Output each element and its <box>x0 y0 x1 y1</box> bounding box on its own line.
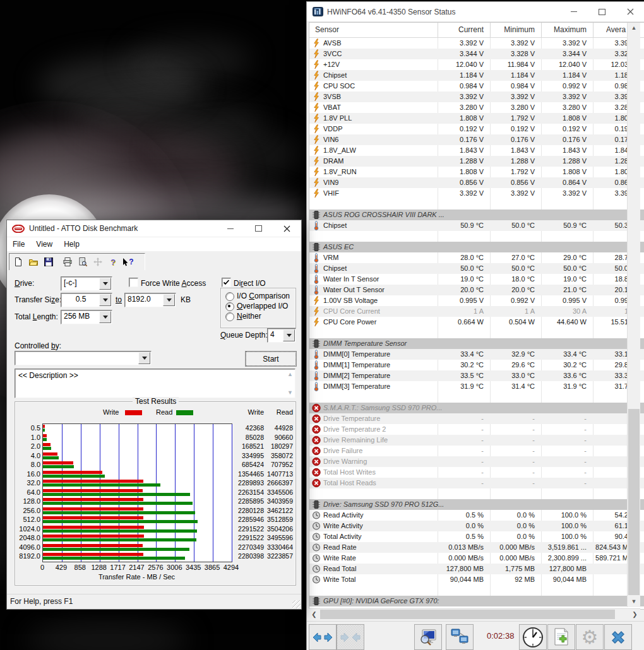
sensor-row[interactable]: Read Activity0.5 %0.0 %100.0 %54.2 <box>309 510 644 521</box>
vertical-scrollbar[interactable]: ▲ ▼ <box>627 23 640 607</box>
description-box[interactable]: << Description >> ▲ ▼ <box>15 369 295 398</box>
sensor-row[interactable]: Total Activity0.5 %0.0 %100.0 %90.4 <box>309 531 644 542</box>
sensor-row[interactable]: 3VSB3.392 V3.392 V3.392 V3.39 <box>309 92 644 102</box>
horizontal-scrollbar[interactable]: ❮ ❯ <box>309 608 640 620</box>
sensor-row[interactable]: DIMM[0] Temperature33.4 °C32.9 °C33.4 °C… <box>309 349 644 360</box>
sensor-row[interactable]: Drive Failure--- <box>309 446 644 456</box>
dropdown-button[interactable] <box>99 278 111 290</box>
menu-file[interactable]: File <box>7 237 30 251</box>
sensor-row[interactable]: Write Total90,044 MB92 MB90,044 MB <box>309 574 644 585</box>
sensor-row[interactable]: Chipset1.184 V1.184 V1.184 V1.18 <box>309 70 644 81</box>
maximize-button[interactable] <box>244 220 273 237</box>
transfer-from-select[interactable]: 0.5 <box>61 293 112 307</box>
sensor-row[interactable]: DIMM[2] Temperature33.5 °C33.0 °C33.6 °C… <box>309 370 644 381</box>
controlled-by-select[interactable] <box>15 351 152 365</box>
settings-gear-button[interactable]: ⚙ <box>576 624 604 650</box>
column-current[interactable]: Current <box>438 25 484 34</box>
sensor-row[interactable]: AVSB3.392 V3.392 V3.392 V3.39 <box>309 38 644 49</box>
sensor-row[interactable]: VBAT3.280 V3.280 V3.280 V3.28 <box>309 102 644 113</box>
sensor-row[interactable]: CPU Core Current1 A1 A30 A1 <box>309 306 644 317</box>
dropdown-button[interactable] <box>138 352 150 364</box>
horizontal-scroll-thumb[interactable] <box>320 610 615 619</box>
section-header-row[interactable]: Drive: Samsung SSD 970 PRO 512G... <box>309 499 644 510</box>
sensor-row[interactable]: Water Out T Sensor20.0 °C20.0 °C21.0 °C2… <box>309 285 644 295</box>
sensor-row[interactable]: Total Host Writes--- <box>309 467 644 478</box>
clock-button[interactable] <box>519 624 547 650</box>
sensor-row[interactable]: DIMM[1] Temperature30.2 °C29.6 °C30.2 °C… <box>309 360 644 370</box>
expand-panels-button[interactable] <box>309 624 337 650</box>
section-header-row[interactable]: ASUS ROG CROSSHAIR VIII DARK ... <box>309 210 644 220</box>
sensor-row[interactable]: VIN60.176 V0.176 V0.176 V0.17 <box>309 134 644 145</box>
scroll-up-arrow[interactable]: ▲ <box>628 23 640 33</box>
print-preview-button[interactable] <box>75 255 90 269</box>
total-length-select[interactable]: 256 MB <box>61 310 112 324</box>
dropdown-button[interactable] <box>99 311 111 323</box>
sensor-row[interactable]: 1.00V SB Voltage0.995 V0.992 V0.995 V0.9… <box>309 295 644 306</box>
sensor-row[interactable]: 1.8V PLL1.808 V1.792 V1.808 V1.80 <box>309 113 644 124</box>
screen-capture-button[interactable] <box>414 624 442 650</box>
print-button[interactable] <box>60 255 75 269</box>
atto-titlebar[interactable]: Untitled - ATTO Disk Benchmark <box>7 220 301 237</box>
sensor-row[interactable]: 1.8V_ALW1.843 V1.843 V1.843 V1.84 <box>309 145 644 156</box>
sensor-row[interactable]: Write Rate0.000 MB/s0.000 MB/s2,300.899 … <box>309 553 644 564</box>
help-button[interactable]: ? <box>105 255 121 269</box>
start-button[interactable]: Start <box>246 352 296 366</box>
sensor-row[interactable]: VIN90.856 V0.856 V0.864 V0.86 <box>309 177 644 188</box>
sensor-row[interactable]: Chipset50.9 °C50.0 °C50.9 °C50.3 <box>309 220 644 231</box>
overlapped-io-radio[interactable] <box>225 302 234 311</box>
minimize-button[interactable] <box>216 220 244 237</box>
scroll-down-arrow[interactable]: ▼ <box>628 596 640 607</box>
sensor-row[interactable]: VHIF3.392 V3.392 V3.392 V3.39 <box>309 188 644 199</box>
open-file-button[interactable] <box>26 255 41 269</box>
section-header-row[interactable]: S.M.A.R.T.: Samsung SSD 970 PRO... <box>309 403 644 413</box>
hwinfo-titlebar[interactable]: HWiNFO64 v6.41-4350 Sensor Status <box>307 2 644 22</box>
sensor-row[interactable]: Drive Temperature 2--- <box>309 424 644 435</box>
sensor-row[interactable]: CPU SOC0.984 V0.984 V0.992 V0.98 <box>309 81 644 92</box>
dropdown-button[interactable] <box>163 294 175 306</box>
scroll-right-arrow[interactable]: ❯ <box>629 609 640 620</box>
queue-depth-select[interactable]: 4 <box>267 328 296 343</box>
context-help-button[interactable]: ? <box>121 255 136 269</box>
sensor-row[interactable]: VDDP0.192 V0.192 V0.192 V0.19 <box>309 124 644 134</box>
dropdown-button[interactable] <box>283 329 295 341</box>
scroll-down-icon[interactable]: ▼ <box>287 389 293 396</box>
sensor-row[interactable]: Water In T Sensor19.0 °C18.0 °C19.0 °C18… <box>309 274 644 285</box>
column-sensor[interactable]: Sensor <box>315 25 339 34</box>
report-log-button[interactable] <box>547 624 575 650</box>
sensor-table-header[interactable]: Sensor Current Minimum Maximum Avera <box>309 23 644 38</box>
section-header-row[interactable]: ASUS EC <box>309 242 644 252</box>
neither-radio[interactable] <box>225 312 234 321</box>
direct-io-checkbox[interactable] <box>222 278 231 287</box>
sensor-row[interactable]: 1.8V_RUN1.808 V1.792 V1.808 V1.80 <box>309 167 644 177</box>
sensor-row[interactable]: 3VCC3.344 V3.328 V3.344 V3.32 <box>309 49 644 59</box>
scroll-left-arrow[interactable]: ❮ <box>309 609 319 620</box>
vertical-scroll-thumb[interactable] <box>628 409 640 595</box>
section-header-row[interactable]: GPU [#0]: NVIDIA GeForce GTX 970: <box>309 596 644 606</box>
sensor-row[interactable]: Write Activity0.0 %0.0 %100.0 %61.1 <box>309 521 644 531</box>
sensor-row[interactable]: Drive Warning--- <box>309 456 644 467</box>
sensor-row[interactable]: CPU Core Power0.664 W0.504 W44.640 W15.5… <box>309 317 644 328</box>
sensor-row[interactable]: Chipset50.0 °C50.0 °C50.0 °C50.0 <box>309 263 644 274</box>
menu-help[interactable]: Help <box>58 237 85 251</box>
force-write-checkbox[interactable] <box>129 278 138 287</box>
sensor-row[interactable]: VRM28.0 °C27.0 °C29.0 °C28.7 <box>309 252 644 263</box>
close-button[interactable] <box>273 220 301 237</box>
menu-view[interactable]: View <box>30 237 58 251</box>
sensor-row[interactable]: Drive Remaining Life--- <box>309 435 644 446</box>
resize-grip[interactable] <box>292 600 301 608</box>
io-comparison-radio[interactable] <box>225 292 234 301</box>
dropdown-button[interactable] <box>99 294 111 306</box>
column-minimum[interactable]: Minimum <box>491 25 535 34</box>
minimize-button[interactable] <box>559 2 588 21</box>
maximize-button[interactable] <box>588 2 616 21</box>
column-maximum[interactable]: Maximum <box>542 25 587 34</box>
new-file-button[interactable] <box>11 255 26 269</box>
scroll-up-icon[interactable]: ▲ <box>287 371 293 377</box>
sensor-row[interactable]: DIMM[3] Temperature31.9 °C31.4 °C31.9 °C… <box>309 381 644 392</box>
transfer-to-select[interactable]: 8192.0 <box>124 293 176 307</box>
sensor-row[interactable]: Read Total127,800 MB1,775 MB127,800 MB <box>309 564 644 574</box>
close-button[interactable] <box>616 2 644 21</box>
sensor-row[interactable]: Read Rate0.013 MB/s0.000 MB/s3,519.861 .… <box>309 542 644 553</box>
remote-monitor-button[interactable] <box>446 624 474 650</box>
column-average[interactable]: Avera <box>606 25 629 34</box>
